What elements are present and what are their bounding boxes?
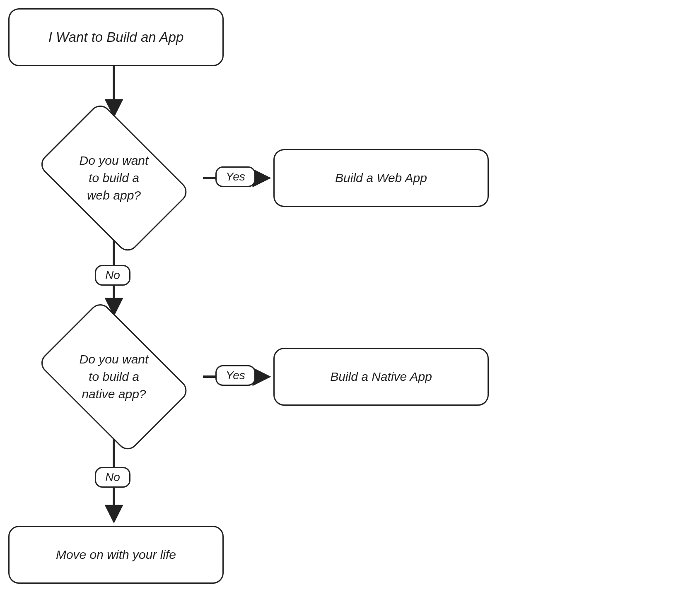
edge-label-no-1-text: No xyxy=(105,269,120,282)
edge-label-yes-2: Yes xyxy=(215,365,256,386)
node-start-text: I Want to Build an App xyxy=(48,28,184,47)
node-decision-native-text: Do you wantto build anative app? xyxy=(25,315,203,439)
node-start: I Want to Build an App xyxy=(8,8,224,66)
edge-label-no-1: No xyxy=(95,265,130,286)
edge-label-yes-1-text: Yes xyxy=(226,170,245,183)
flowchart-canvas: I Want to Build an App Do you wantto bui… xyxy=(0,0,676,616)
node-move-on-text: Move on with your life xyxy=(56,546,176,563)
node-move-on: Move on with your life xyxy=(8,526,224,584)
edge-label-yes-1: Yes xyxy=(215,166,256,187)
node-decision-web: Do you wantto build aweb app? xyxy=(25,116,203,240)
edge-label-no-2: No xyxy=(95,467,130,488)
node-build-web-text: Build a Web App xyxy=(335,170,427,187)
node-decision-web-text: Do you wantto build aweb app? xyxy=(25,116,203,240)
edge-label-no-2-text: No xyxy=(105,471,120,484)
node-decision-native: Do you wantto build anative app? xyxy=(25,315,203,439)
node-build-native-text: Build a Native App xyxy=(330,368,432,385)
node-build-web: Build a Web App xyxy=(273,149,489,207)
node-build-native: Build a Native App xyxy=(273,348,489,406)
edge-label-yes-2-text: Yes xyxy=(226,369,245,382)
